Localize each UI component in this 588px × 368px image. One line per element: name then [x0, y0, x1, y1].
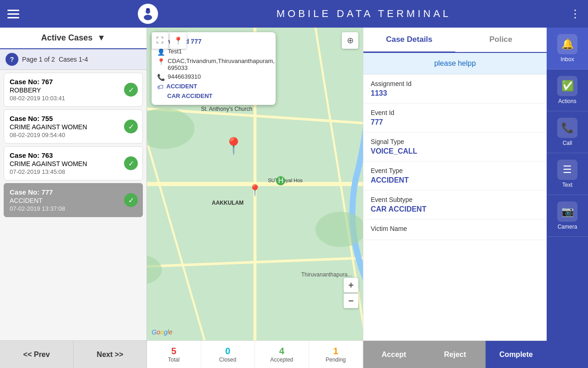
popup-subcategory: CAR ACCIDENT [157, 92, 270, 99]
event-id-value: 777 [371, 118, 539, 126]
case-item[interactable]: Case No: 755 CRIME AGAINST WOMEN 08-02-2… [4, 109, 143, 144]
active-cases-header: Active Cases ▼ [0, 28, 147, 49]
popup-user: 👤 Test1 [157, 48, 270, 56]
map-pin-primary: 📍 [223, 137, 244, 156]
google-logo: Google [152, 328, 172, 336]
map-pin-secondary: 📍 [248, 184, 262, 197]
map-location-button: ⊕ [342, 32, 358, 49]
map-divider: ··· [188, 32, 199, 49]
sidebar-camera-label: Camera [558, 224, 577, 230]
case-details-panel: Case Details Police please helpp Assignm… [363, 28, 547, 368]
case-item[interactable]: Case No: 767 ROBBERY 08-02-2019 10:03:41… [4, 73, 143, 107]
accept-button[interactable]: Accept [363, 341, 424, 368]
more-menu-icon[interactable]: ⋮ [570, 7, 581, 20]
check-icon: ✓ [124, 156, 138, 170]
case-number: Case No: 767 [10, 78, 137, 86]
tab-case-details[interactable]: Case Details [363, 28, 455, 53]
event-id-row: Event Id 777 [363, 104, 547, 132]
case-number: Case No: 763 [10, 151, 137, 159]
accepted-label: Accepted [270, 356, 293, 363]
text-message-icon: ☰ [557, 160, 577, 180]
details-scroll: Assignment Id 1133 Event Id 777 Signal T… [363, 75, 547, 340]
case-type: CRIME AGAINST WOMEN [10, 160, 137, 167]
location-icon: 📍 [157, 58, 165, 65]
sidebar-item-call[interactable]: 📞 Call [547, 111, 588, 153]
cases-list: Case No: 767 ROBBERY 08-02-2019 10:03:41… [0, 70, 147, 340]
zoom-in-button[interactable]: + [344, 278, 358, 293]
event-subtype-row: Event Subtype CAR ACCIDENT [363, 190, 547, 219]
tag-icon: 🏷 [157, 83, 164, 91]
map-panel: ▶ Event Id 777 👤 Test1 📍 CDAC,Trivandrum… [147, 28, 363, 368]
closed-label: Closed [219, 356, 236, 363]
pending-count: 1 [333, 346, 338, 356]
zoom-controls: + − [344, 278, 358, 308]
phone-call-icon: 📞 [557, 118, 577, 138]
event-id-label: Event Id [371, 109, 539, 116]
case-type: CRIME AGAINST WOMEN [10, 123, 137, 131]
camera-icon: 📷 [557, 201, 577, 222]
hamburger-menu[interactable] [7, 10, 19, 18]
sidebar-text-label: Text [562, 182, 572, 188]
total-count: 5 [171, 346, 176, 356]
prev-button[interactable]: << Prev [0, 341, 74, 368]
location-pin-button[interactable]: 📍 [170, 32, 187, 49]
left-panel: Active Cases ▼ ? Page 1 of 2 Cases 1-4 C… [0, 28, 147, 368]
victim-name-label: Victim Name [371, 225, 539, 232]
victim-name-row: Victim Name [363, 219, 547, 240]
help-button[interactable]: ? [6, 53, 18, 66]
case-number: Case No: 777 [10, 188, 137, 196]
case-type: ACCIDENT [10, 197, 137, 204]
page-info: Page 1 of 2 [22, 56, 55, 63]
sidebar-item-actions[interactable]: ✅ Actions [547, 69, 588, 111]
complete-button[interactable]: Complete [486, 341, 547, 368]
bell-icon: 🔔 [557, 34, 577, 54]
stat-pending: 1 Pending [309, 341, 363, 368]
check-icon: ✓ [124, 83, 138, 97]
event-type-label: Event Type [371, 167, 539, 174]
total-label: Total [168, 356, 180, 363]
reject-button[interactable]: Reject [424, 341, 486, 368]
sidebar-actions-label: Actions [558, 98, 576, 104]
pending-label: Pending [326, 356, 346, 363]
stat-total: 5 Total [147, 341, 201, 368]
sidebar-item-text[interactable]: ☰ Text [547, 153, 588, 195]
case-date: 08-02-2019 10:03:41 [10, 95, 137, 102]
case-title: please helpp [363, 53, 547, 75]
case-number: Case No: 755 [10, 115, 137, 122]
accepted-count: 4 [279, 346, 284, 356]
hospital-marker: H [276, 176, 285, 185]
main-content: Active Cases ▼ ? Page 1 of 2 Cases 1-4 C… [0, 28, 588, 368]
event-type-row: Event Type ACCIDENT [363, 161, 547, 190]
right-sidebar: 🔔 Inbox ✅ Actions 📞 Call ☰ Text 📷 Camera [547, 28, 588, 368]
svg-rect-2 [146, 8, 150, 10]
cases-range: Cases 1-4 [59, 56, 88, 63]
checkmark-icon: ✅ [557, 76, 577, 96]
phone-icon: 📞 [157, 74, 165, 81]
bottom-nav: << Prev Next >> [0, 340, 147, 368]
event-subtype-value: CAR ACCIDENT [371, 205, 539, 213]
signal-type-value: VOICE_CALL [371, 147, 539, 155]
tabs: Case Details Police [363, 28, 547, 53]
map-container[interactable]: ▶ Event Id 777 👤 Test1 📍 CDAC,Trivandrum… [147, 28, 363, 340]
case-item[interactable]: Case No: 763 CRIME AGAINST WOMEN 07-02-2… [4, 146, 143, 180]
sidebar-item-camera[interactable]: 📷 Camera [547, 195, 588, 237]
event-type-value: ACCIDENT [371, 176, 539, 184]
svg-point-1 [144, 15, 152, 20]
zoom-out-button[interactable]: − [344, 293, 358, 308]
expand-map-button[interactable]: ⛶ [152, 32, 168, 49]
map-top-left-controls: ⛶ 📍 ··· [152, 32, 199, 49]
gps-button[interactable]: ⊕ [342, 32, 358, 49]
tab-police[interactable]: Police [455, 28, 547, 52]
popup-category: 🏷 ACCIDENT [157, 83, 270, 91]
stat-closed: 0 Closed [201, 341, 255, 368]
action-buttons: Accept Reject Complete [363, 340, 547, 368]
assignment-id-label: Assignment Id [371, 80, 539, 87]
next-button[interactable]: Next >> [74, 341, 147, 368]
popup-address: 📍 CDAC,Trivandrum,Thiruvananthapuram, 69… [157, 58, 270, 71]
active-cases-label: Active Cases [41, 33, 93, 43]
user-icon: 👤 [157, 48, 165, 56]
case-item-active[interactable]: Case No: 777 ACCIDENT 07-02-2019 13:37:0… [4, 183, 143, 217]
stat-accepted: 4 Accepted [255, 341, 309, 368]
sidebar-item-inbox[interactable]: 🔔 Inbox [547, 28, 588, 69]
case-type: ROBBERY [10, 86, 137, 94]
